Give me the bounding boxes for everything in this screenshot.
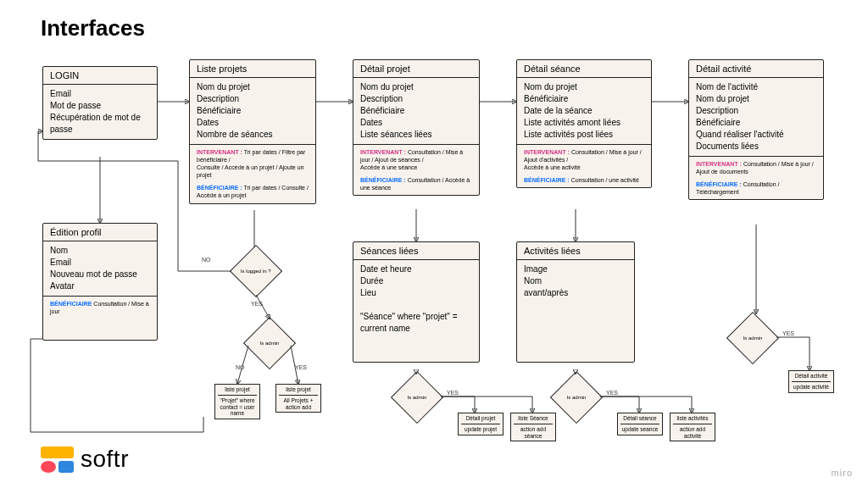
card-detail-activite: Détail activité Nom de l'activité Nom du… — [688, 59, 824, 200]
sb-dp-title: Détail projet — [461, 415, 500, 424]
decision-is-admin-4: Is admin — [726, 312, 779, 364]
card-login-header: LOGIN — [43, 67, 157, 85]
svg-line-6 — [256, 295, 270, 319]
card-profil-notes: BÉNÉFICIAIRE Consultation / Mise à jour — [43, 297, 157, 340]
edge-yes-2: YES — [295, 364, 307, 370]
detail-seance-ben-note: Consultation / une activité — [571, 177, 639, 183]
decision-is-admin-2: Is admin — [391, 371, 443, 424]
card-detail-projet-body: Nom du projet Description Bénéficiaire D… — [353, 78, 479, 145]
card-profil-body: Nom Email Nouveau mot de passe Avatar — [43, 241, 157, 297]
sb-dp-body: update projet — [461, 426, 500, 433]
smallbox-liste-activites: liste activités action add activité — [670, 413, 715, 441]
card-liste-projets-body: Nom du projet Description Bénéficiaire D… — [190, 78, 315, 145]
sb-ls-body: action add séance — [514, 426, 553, 440]
card-detail-activite-body: Nom de l'activité Nom du projet Descript… — [689, 78, 823, 157]
card-login-body: Email Mot de passe Récupération de mot d… — [43, 85, 157, 139]
card-detail-activite-header: Détail activité — [689, 60, 823, 78]
card-profil: Édition profil Nom Email Nouveau mot de … — [42, 223, 158, 341]
role-beneficiaire-label: BÉNÉFICIAIRE : — [696, 181, 742, 187]
sb-da-body: update activité — [792, 384, 831, 391]
card-activites-liees-body: Image Nom avant/après — [517, 260, 634, 362]
decision-is-admin-3: Is admin — [550, 371, 603, 424]
edge-yes-1: YES — [251, 301, 263, 307]
smallbox-detail-projet: Détail projet update projet — [458, 413, 504, 435]
card-detail-seance-header: Détail séance — [517, 60, 651, 78]
edge-yes-4: YES — [606, 390, 618, 396]
sb-ds-title: Détail séance — [620, 415, 659, 424]
decision-is-logged-label: Is logged in ? — [241, 269, 271, 274]
smallbox-liste-seance: liste Séance action add séance — [510, 413, 556, 441]
role-beneficiaire-label: BÉNÉFICIAIRE : — [524, 177, 570, 183]
card-detail-seance-notes: INTERVENANT : Consultation / Mise à jour… — [517, 145, 651, 187]
smallbox-liste-projet-all: liste projet All Projets + action add — [275, 384, 321, 413]
smallbox-detail-seance: Détail séance update seance — [617, 413, 663, 435]
sb-lp-user-title: liste projet — [218, 386, 257, 396]
decision-is-admin-4-label: Is admin — [743, 336, 763, 341]
decision-is-admin-1-label: Is admin — [260, 341, 280, 347]
edge-no-1: NO — [202, 257, 211, 263]
sb-ls-title: liste Séance — [514, 415, 553, 424]
smallbox-liste-projet-user: liste projet "Projet" where contact = us… — [214, 384, 260, 419]
softr-logo-mark — [41, 446, 74, 473]
role-intervenant-label: INTERVENANT : — [197, 149, 242, 155]
miro-watermark: miro — [832, 468, 853, 478]
sb-la-body: action add activité — [673, 426, 712, 440]
sb-la-title: liste activités — [673, 415, 712, 424]
card-detail-seance: Détail séance Nom du projet Bénéficiaire… — [516, 59, 652, 188]
sb-ds-body: update seance — [620, 426, 659, 433]
card-liste-projets-notes: INTERVENANT : Tri par dates / Filtre par… — [190, 145, 315, 203]
card-detail-seance-body: Nom du projet Bénéficiaire Date de la sé… — [517, 78, 651, 145]
role-beneficiaire-label: BÉNÉFICIAIRE : — [360, 177, 406, 183]
card-profil-header: Édition profil — [43, 224, 157, 241]
card-liste-projets: Liste projets Nom du projet Description … — [189, 59, 316, 204]
sb-lp-user-body: "Projet" where contact = user name — [218, 397, 257, 417]
edge-yes-5: YES — [782, 330, 794, 336]
card-seances-liees: Séances liées Date et heure Durée Lieu "… — [353, 241, 480, 363]
decision-is-admin-3-label: Is admin — [567, 395, 587, 401]
sb-lp-all-body: All Projets + action add — [279, 397, 318, 411]
decision-is-logged: Is logged in ? — [230, 245, 282, 297]
decision-is-admin-2-label: Is admin — [408, 395, 427, 401]
softr-logo-text: softr — [81, 446, 129, 473]
edge-yes-3: YES — [447, 390, 459, 396]
card-activites-liees: Activités liées Image Nom avant/après — [516, 241, 635, 363]
card-detail-projet-header: Détail projet — [353, 60, 479, 78]
role-intervenant-label: INTERVENANT : — [524, 149, 570, 155]
softr-logo: softr — [41, 446, 129, 473]
sb-da-title: Détail activité — [792, 373, 831, 382]
role-beneficiaire-label: BÉNÉFICIAIRE — [50, 301, 92, 307]
card-login: LOGIN Email Mot de passe Récupération de… — [42, 66, 158, 140]
card-seances-liees-body: Date et heure Durée Lieu "Séance" where … — [353, 260, 479, 362]
smallbox-detail-activite: Détail activité update activité — [788, 370, 834, 393]
role-beneficiaire-label: BÉNÉFICIAIRE : — [197, 185, 242, 191]
decision-is-admin-1: Is admin — [243, 317, 296, 369]
role-intervenant-label: INTERVENANT : — [360, 149, 406, 155]
card-detail-activite-notes: INTERVENANT : Consultation / Mise à jour… — [689, 157, 823, 199]
card-liste-projets-header: Liste projets — [190, 60, 315, 78]
card-detail-projet: Détail projet Nom du projet Description … — [353, 59, 480, 196]
card-seances-liees-header: Séances liées — [353, 242, 479, 260]
edge-no-2: NO — [236, 364, 245, 370]
page-title: Interfaces — [41, 15, 145, 42]
role-intervenant-label: INTERVENANT : — [696, 161, 742, 167]
card-detail-projet-notes: INTERVENANT : Consultation / Mise à jour… — [353, 145, 479, 195]
sb-lp-all-title: liste projet — [279, 386, 318, 396]
card-activites-liees-header: Activités liées — [517, 242, 634, 260]
